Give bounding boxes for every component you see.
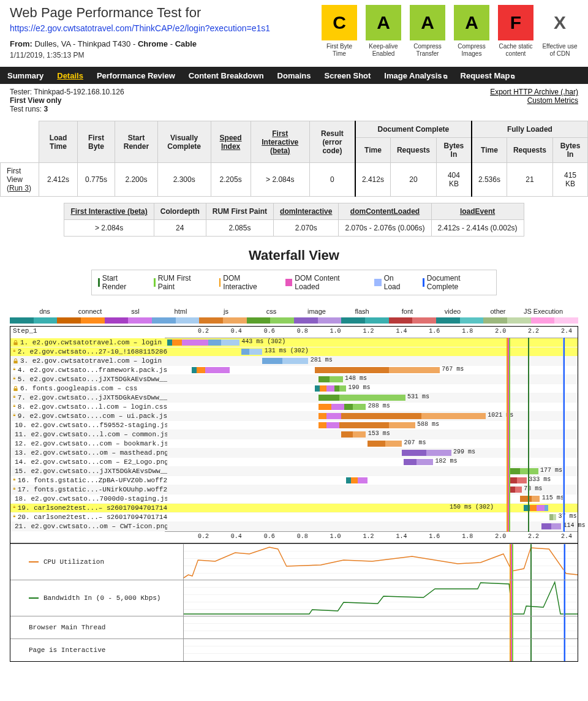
grade-letter: A bbox=[410, 5, 445, 40]
grade-first-byte-time[interactable]: C First Byte Time bbox=[321, 5, 358, 58]
external-icon: ⧉ bbox=[443, 74, 447, 80]
request-row[interactable]: 6. fonts.googleapis.com – css 190 ms bbox=[10, 384, 578, 393]
type-legend: dnsconnectsslhtmljscssimageflashfontvide… bbox=[10, 308, 578, 317]
grade-cache-static-content[interactable]: F Cache static content bbox=[497, 5, 534, 58]
request-row[interactable]: 14. e2.gov.cwtsato...com – E2_Logo.png 1… bbox=[10, 458, 578, 467]
metrics-table-main: Load TimeFirst ByteStart RenderVisually … bbox=[0, 121, 588, 197]
request-row[interactable]: 17. fonts.gstatic...-UNirkOUuhp.woff2 78… bbox=[10, 485, 578, 494]
tab-performance-review[interactable]: Performance Review bbox=[97, 71, 175, 80]
grade-letter: X bbox=[542, 5, 578, 40]
request-row[interactable]: 21. e2.gov.cwtsato...om – CWT-icon.png 1… bbox=[10, 522, 578, 531]
waterfall-chart: Step_10.20.40.60.81.01.21.41.61.82.02.22… bbox=[10, 326, 578, 544]
request-row[interactable]: 11. e2.gov.cwtsato...l.com – common.js 1… bbox=[10, 430, 578, 439]
request-row[interactable]: 3. e2.gov.cwtsatotravel.com – login 281 … bbox=[10, 357, 578, 366]
tab-domains[interactable]: Domains bbox=[277, 71, 311, 80]
request-row[interactable]: 9. e2.gov.cwtsato....com – ui.pack.js 10… bbox=[10, 412, 578, 421]
svg-rect-15 bbox=[13, 479, 15, 480]
lock-icon bbox=[13, 386, 18, 392]
request-row[interactable]: 5. e2.gov.cwtsato...jJXT5DGkAEvsDww__ 14… bbox=[10, 375, 578, 384]
grade-compress-transfer[interactable]: A Compress Transfer bbox=[409, 5, 446, 58]
request-row[interactable]: 18. e2.gov.cwtsato...7000d0-staging.js 1… bbox=[10, 494, 578, 504]
tester-info: Tester: Thinkpad-5-192.168.10.126 First … bbox=[10, 88, 124, 113]
lock-icon bbox=[13, 358, 18, 364]
tab-image-analysis[interactable]: Image Analysis⧉ bbox=[384, 71, 447, 80]
grade-effective-use-of-cdn[interactable]: X Effective use of CDN bbox=[541, 5, 578, 58]
request-row[interactable]: 13. e2.gov.cwtsato...om – masthead.png 2… bbox=[10, 449, 578, 458]
lock-icon bbox=[13, 506, 16, 511]
tab-summary[interactable]: Summary bbox=[7, 71, 43, 80]
svg-rect-6 bbox=[13, 396, 15, 397]
lock-icon bbox=[13, 478, 16, 483]
page-title: Web Page Performance Test for bbox=[10, 5, 270, 21]
subchart-cpu-utilization: CPU Utilization bbox=[10, 544, 578, 580]
external-icon: ⧉ bbox=[511, 74, 514, 80]
svg-rect-18 bbox=[13, 506, 15, 507]
lock-icon bbox=[13, 349, 16, 355]
lock-icon bbox=[13, 515, 16, 520]
svg-rect-7 bbox=[13, 405, 15, 406]
lock-icon bbox=[13, 340, 18, 346]
sub-charts: CPU Utilization Bandwidth In (0 - 5,000 … bbox=[10, 544, 578, 662]
svg-rect-4 bbox=[13, 377, 15, 379]
request-row[interactable]: 16. fonts.gstatic...ZpBA-UFVZ0b.woff2 33… bbox=[10, 476, 578, 485]
request-row[interactable]: 8. e2.gov.cwtsato...l.com – login.css 28… bbox=[10, 403, 578, 412]
export-har-link[interactable]: Export HTTP Archive (.har) bbox=[490, 88, 578, 96]
svg-rect-19 bbox=[13, 515, 15, 517]
request-row[interactable]: 19. carlsone2test...– s26017094701714 15… bbox=[10, 504, 578, 513]
lock-icon bbox=[13, 487, 16, 493]
request-row[interactable]: 2. e2.gov.cwtsato...27-10_!1688115286 13… bbox=[10, 347, 578, 357]
svg-rect-1 bbox=[13, 350, 15, 351]
grade-letter: A bbox=[454, 5, 489, 40]
waterfall-heading: Waterfall View bbox=[0, 248, 588, 263]
subchart-bandwidth-in-kbps-: Bandwidth In (0 - 5,000 Kbps) bbox=[10, 580, 578, 616]
request-row[interactable]: 4. e2.gov.cwtsato...framework.pack.js 76… bbox=[10, 366, 578, 375]
svg-rect-2 bbox=[13, 360, 17, 363]
subchart-page-is-interactive: Page is Interactive bbox=[10, 638, 578, 661]
grade-compress-images[interactable]: A Compress Images bbox=[453, 5, 490, 58]
lock-icon bbox=[13, 404, 16, 410]
request-row[interactable]: 1. e2.gov.cwtsatotravel.com – login 443 … bbox=[10, 338, 578, 347]
request-row[interactable]: 15. e2.gov.cwtsato...jJXT5DGkAEvsDww__ 1… bbox=[10, 467, 578, 476]
custom-metrics-link[interactable]: Custom Metrics bbox=[490, 96, 578, 105]
test-meta: From: Dulles, VA - Thinkpad T430 - Chrom… bbox=[10, 39, 270, 48]
request-row[interactable]: 10. e2.gov.cwtsato...f59552-staging.js 5… bbox=[10, 421, 578, 430]
svg-rect-0 bbox=[13, 342, 17, 345]
run-link[interactable]: Run 3 bbox=[9, 184, 29, 192]
svg-rect-16 bbox=[13, 488, 15, 489]
request-row[interactable]: 12. e2.gov.cwtsato...com – bookmark.js 2… bbox=[10, 439, 578, 449]
lock-icon bbox=[13, 395, 16, 401]
nav-tabs: SummaryDetailsPerformance ReviewContent … bbox=[0, 67, 588, 84]
request-row[interactable]: 20. carlsone2test...– s26017094701714 37… bbox=[10, 513, 578, 522]
svg-rect-8 bbox=[13, 414, 15, 415]
lock-icon bbox=[13, 377, 16, 382]
metrics-table-extra: First Interactive (beta)ColordepthRUM Fi… bbox=[64, 203, 524, 237]
subchart-browser-main-thread: Browser Main Thread bbox=[10, 616, 578, 638]
tab-details[interactable]: Details bbox=[57, 71, 83, 80]
tab-request-map[interactable]: Request Map⧉ bbox=[461, 71, 515, 80]
svg-rect-5 bbox=[13, 388, 17, 391]
test-url[interactable]: https://e2.gov.cwtsatotravel.com/ThinkCA… bbox=[10, 23, 270, 33]
event-legend: Start RenderRUM First PaintDOM Interacti… bbox=[91, 270, 497, 295]
lock-icon bbox=[13, 368, 16, 373]
tab-content-breakdown[interactable]: Content Breakdown bbox=[189, 71, 264, 80]
svg-rect-3 bbox=[13, 368, 15, 369]
test-timestamp: 1/11/2019, 1:35:13 PM bbox=[10, 51, 270, 59]
grade-letter: F bbox=[498, 5, 533, 40]
request-row[interactable]: 7. e2.gov.cwtsato...jJXT5DGkAEvsDww__ 53… bbox=[10, 393, 578, 403]
grade-letter: A bbox=[366, 5, 401, 40]
grade-letter: C bbox=[322, 5, 357, 40]
tab-screen-shot[interactable]: Screen Shot bbox=[325, 71, 371, 80]
grade-keep-alive-enabled[interactable]: A Keep-alive Enabled bbox=[365, 5, 402, 58]
lock-icon bbox=[13, 414, 16, 419]
